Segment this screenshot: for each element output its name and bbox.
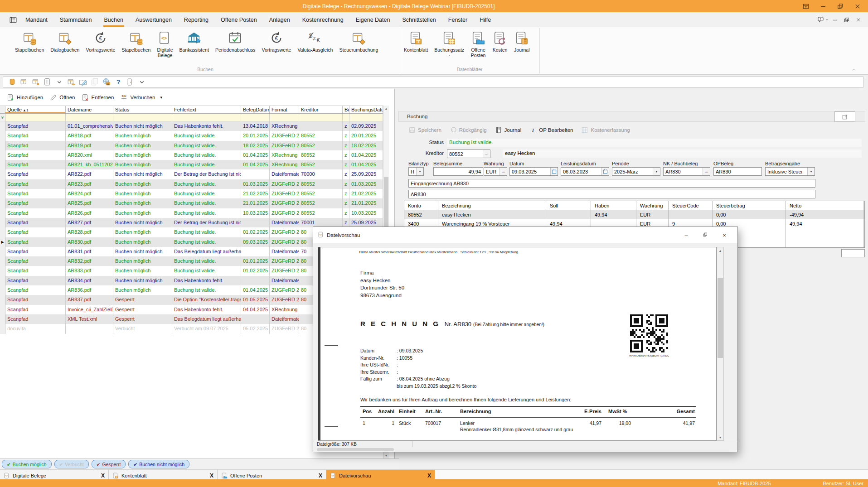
child-close-button[interactable] xyxy=(853,14,864,26)
legend-ok[interactable]: ✔Buchen möglich xyxy=(2,460,52,468)
minimize-button[interactable] xyxy=(815,0,832,12)
booking-text1-input[interactable]: Eingangsrechnung AR830 xyxy=(408,179,815,188)
field-input-bilanztyp[interactable]: H▾ xyxy=(408,167,424,176)
lookup-icon[interactable]: … xyxy=(703,168,710,175)
booking-op-bearbeiten-button[interactable]: IOP Bearbeiten xyxy=(529,126,573,134)
ribbon-pin-button[interactable] xyxy=(797,0,815,12)
preview-hscrollbar[interactable] xyxy=(313,447,737,452)
filter-cell[interactable] xyxy=(66,114,113,121)
web-sl-button[interactable]: SL xyxy=(102,78,111,87)
ribbon-button-steuerumbuchung[interactable]: Steuerumbuchung xyxy=(336,29,381,54)
sum-dropdown[interactable] xyxy=(55,78,63,87)
kreditor-input[interactable]: 80552 … xyxy=(447,149,490,158)
booking-speichern-button[interactable]: Speichern xyxy=(408,126,441,134)
column-header-status[interactable]: Status xyxy=(113,106,172,113)
filter-cell[interactable] xyxy=(113,114,172,121)
child-restore-button[interactable] xyxy=(841,14,853,26)
feedback-button[interactable]: ! xyxy=(817,14,829,26)
table-row[interactable]: ScanpfadAR821_kb_05112024Buchen möglichB… xyxy=(0,160,383,169)
menu-auswertungen[interactable]: Auswertungen xyxy=(136,12,172,27)
ribbon-button-vortragswerte[interactable]: €Vortragswerte xyxy=(82,29,118,54)
field-input-belegsumme[interactable]: 49,94 xyxy=(433,167,483,176)
tab-close-icon[interactable]: X xyxy=(427,473,431,479)
help-button[interactable]: ? xyxy=(114,78,122,87)
grid-header-bezeichnung[interactable]: Bezeichnung xyxy=(438,201,546,210)
table-view-button[interactable] xyxy=(19,78,28,87)
action-hinzufügen[interactable]: Hinzufügen xyxy=(4,94,46,101)
scrollbar-thumb[interactable] xyxy=(317,448,394,451)
column-header-fehlertext[interactable]: Fehlertext xyxy=(172,106,241,113)
booking-text2-input[interactable]: AR830 xyxy=(408,190,815,198)
field-input-datum[interactable]: 09.03.2025 xyxy=(509,167,558,176)
verbuchen-dropdown[interactable]: ▾ xyxy=(160,95,162,100)
table-row[interactable]: ScanpfadAR823.pdfBuchen möglichBuchung i… xyxy=(0,179,383,189)
grid-header-steuerbetrag[interactable]: Steuerbetrag xyxy=(713,201,786,210)
sum-button[interactable]: Σ xyxy=(43,78,52,87)
field-input-währung[interactable]: EUR… xyxy=(484,167,507,176)
legend-posted[interactable]: ✔Verbucht xyxy=(54,460,89,468)
dropdown-icon[interactable]: ▾ xyxy=(807,168,815,175)
menu-fenster[interactable]: Fenster xyxy=(448,12,467,27)
filter-row[interactable] xyxy=(0,114,383,121)
sum-field[interactable] xyxy=(841,249,865,257)
table-row[interactable]: ScanpfadAR818.pdfBuchen möglichBuchung i… xyxy=(0,131,383,140)
legend-error[interactable]: ✔Buchen nicht möglich xyxy=(128,460,189,468)
filter-cell[interactable] xyxy=(299,114,343,121)
table-row[interactable]: Scanpfad01.01_comprehensiveBuchen nicht … xyxy=(0,121,383,131)
menu-reporting[interactable]: Reporting xyxy=(184,12,209,27)
ribbon-button-periodenabschluss[interactable]: Periodenabschluss xyxy=(212,29,259,54)
table-post-button[interactable] xyxy=(67,78,75,87)
archive-jar-button[interactable] xyxy=(8,78,16,87)
folder-edit-button[interactable] xyxy=(78,78,87,87)
field-input-leistungsdatum[interactable]: 06.03.2023 xyxy=(561,167,609,176)
overflow-dropdown[interactable] xyxy=(137,78,146,87)
column-header-kreditor[interactable]: Kreditor xyxy=(299,106,343,113)
dropdown-icon[interactable]: ▾ xyxy=(416,168,423,175)
booking-rückgängig-button[interactable]: Rückgängig xyxy=(450,126,487,134)
grid-header-steuercode[interactable]: SteuerCode xyxy=(669,201,713,210)
tab-close-icon[interactable]: X xyxy=(319,473,322,479)
dropdown-icon[interactable]: ▾ xyxy=(653,168,660,175)
menu-buchen[interactable]: Buchen xyxy=(104,12,123,27)
action-öffnen[interactable]: Öffnen xyxy=(46,94,78,101)
column-header-buchungsdatum[interactable]: BuchungsDatum xyxy=(349,106,383,113)
ribbon-button-kosten[interactable]: Kosten xyxy=(489,29,511,54)
table-row[interactable]: ScanpfadAR822.pdfBuchen nicht möglichDer… xyxy=(0,169,383,179)
preview-scrollbar[interactable]: ▲ ▼ xyxy=(717,247,724,441)
dialog-close-button[interactable]: × xyxy=(715,232,734,239)
kreditor-lookup-button[interactable]: … xyxy=(483,150,490,158)
filter-cell[interactable] xyxy=(343,114,349,121)
booking-kostenerfassung-button[interactable]: Kostenerfassung xyxy=(581,126,630,134)
close-button[interactable] xyxy=(849,0,866,12)
menu-schnittstellen[interactable]: Schnittstellen xyxy=(402,12,436,27)
table-row[interactable]: ScanpfadAR826.pdfBuchen möglichBuchung i… xyxy=(0,208,383,218)
table-add-button[interactable] xyxy=(31,78,40,87)
ribbon-button-valuta-ausgleich[interactable]: $≠€Valuta-Ausgleich xyxy=(294,29,336,54)
column-header-bi[interactable]: Bi xyxy=(343,106,349,113)
grid-header-waehrung[interactable]: Waehrung xyxy=(636,201,669,210)
grid-header-netto[interactable]: Netto xyxy=(786,201,863,210)
app-icon[interactable] xyxy=(9,16,17,24)
ribbon-collapse-button[interactable] xyxy=(849,66,858,73)
lookup-icon[interactable]: … xyxy=(499,168,507,175)
ribbon-button-vortragswerte[interactable]: €Vortragswerte xyxy=(259,29,295,54)
ribbon-button-offene-posten[interactable]: OffenePosten xyxy=(467,29,489,59)
ribbon-button-kontenblatt[interactable]: Kontenblatt xyxy=(401,29,431,54)
copy-button[interactable] xyxy=(90,78,99,87)
filter-cell[interactable] xyxy=(270,114,299,121)
tab-close-icon[interactable]: X xyxy=(210,473,213,479)
child-minimize-button[interactable] xyxy=(829,14,841,26)
column-header-dateiname[interactable]: Dateiname xyxy=(66,106,113,113)
dialog-maximize-button[interactable] xyxy=(696,232,715,239)
menu-kostenrechnung[interactable]: Kostenrechnung xyxy=(302,12,344,27)
column-header-belegdatum[interactable]: BelegDatum xyxy=(241,106,270,113)
scroll-down-icon[interactable]: ▼ xyxy=(383,453,389,458)
scroll-up-icon[interactable]: ▲ xyxy=(383,106,389,111)
ribbon-button-digitale-belege[interactable]: <>DigitaleBelege xyxy=(154,29,176,59)
field-input-betragseingabe[interactable]: Inklusive Steuer▾ xyxy=(765,167,815,176)
booking-journal-button[interactable]: Journal xyxy=(495,126,522,134)
tab-close-icon[interactable]: X xyxy=(101,473,105,479)
action-entfernen[interactable]: Entfernen xyxy=(78,94,117,101)
field-input-opbeleg[interactable]: AR830 xyxy=(713,167,762,176)
scroll-up-icon[interactable]: ▲ xyxy=(717,247,723,254)
